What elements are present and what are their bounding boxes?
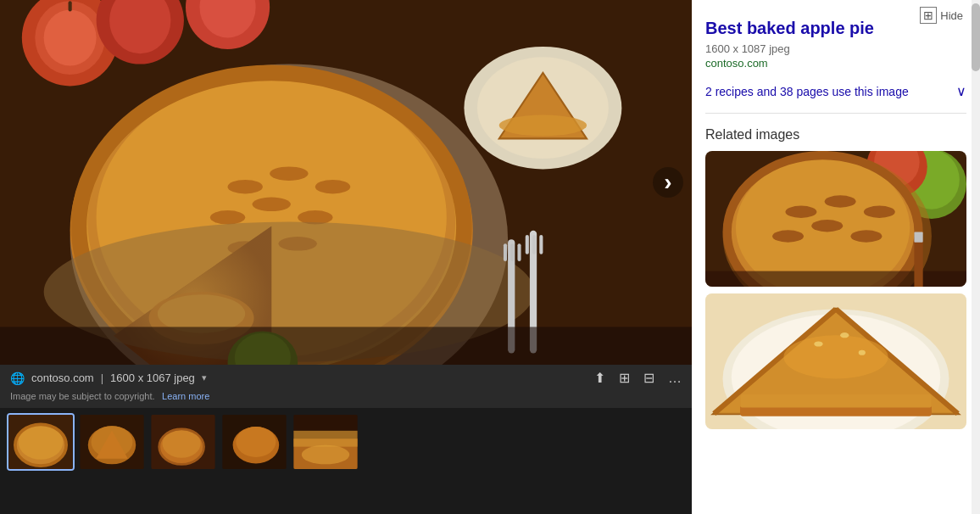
share-icon[interactable]: ⬆ [594,370,605,386]
svg-point-74 [785,206,816,218]
svg-point-76 [864,206,895,218]
svg-rect-63 [293,431,357,447]
copyright-text: Image may be subject to copyright. [10,391,155,401]
svg-point-75 [825,195,856,207]
svg-point-60 [236,427,276,457]
image-source[interactable]: contoso.com [705,57,966,70]
related-image-item[interactable] [705,151,966,287]
svg-point-94 [783,335,888,378]
svg-rect-82 [914,232,922,242]
image-dimensions: 1600 x 1087 jpeg [705,42,966,55]
related-images-heading: Related images [705,127,966,142]
hide-icon: ⊞ [920,7,937,24]
learn-more-link[interactable]: Learn more [162,391,209,401]
related-image-item[interactable] [705,293,966,429]
svg-rect-80 [705,271,966,287]
thumbnail-item[interactable] [220,413,288,471]
thumbnail-item[interactable] [78,413,146,471]
thumbnail-item[interactable] [149,413,217,471]
expand-icon[interactable]: ⊞ [619,370,630,386]
svg-point-79 [850,230,882,242]
svg-rect-42 [539,235,543,254]
svg-point-15 [499,115,587,136]
svg-point-64 [302,445,349,465]
usage-text[interactable]: 2 recipes and 38 pages use this image [705,85,951,98]
image-viewer: › 🌐 contoso.com | 1600 x 1067 jpeg ▾ ⬆ ⊞… [0,0,692,514]
svg-point-24 [315,180,350,194]
shrink-icon[interactable]: ⊟ [643,370,654,386]
image-dimensions-label: 1600 x 1067 jpeg [110,372,195,384]
svg-point-4 [44,10,97,66]
chevron-down-icon[interactable]: ∨ [956,83,966,99]
svg-point-97 [859,350,866,355]
meta-separator: | [101,372,103,384]
usage-row: 2 recipes and 38 pages use this image ∨ [705,83,966,114]
related-images-grid [705,151,966,429]
action-icons-row: ⬆ ⊞ ⊟ … [594,370,682,386]
svg-rect-81 [914,237,922,287]
hide-label: Hide [940,9,963,22]
hide-button[interactable]: ⊞ Hide [920,7,963,24]
copyright-row: Image may be subject to copyright. Learn… [10,388,682,403]
svg-rect-91 [740,394,932,407]
thumbnail-strip [0,408,692,476]
thumbnail-item[interactable] [7,413,75,471]
thumbnail-item[interactable] [292,413,359,471]
svg-rect-40 [526,235,529,254]
svg-point-26 [252,198,290,212]
svg-point-23 [270,166,308,181]
main-image [0,0,692,365]
main-image-area: › [0,0,692,365]
svg-point-77 [772,230,804,242]
svg-point-22 [228,180,263,194]
svg-point-96 [840,332,849,338]
scrollbar-thumb[interactable] [972,3,980,71]
scrollbar-track[interactable] [972,0,980,514]
svg-rect-45 [0,327,692,365]
dimensions-dropdown-icon[interactable]: ▾ [202,372,207,383]
image-meta-row: 🌐 contoso.com | 1600 x 1067 jpeg ▾ ⬆ ⊞ ⊟… [10,370,682,386]
svg-rect-36 [504,243,507,261]
svg-rect-9 [69,1,72,11]
globe-icon: 🌐 [10,372,25,385]
image-source-label: contoso.com [31,372,94,384]
svg-rect-38 [517,243,521,261]
svg-rect-41 [532,235,536,254]
svg-point-25 [210,210,245,225]
right-panel-content: ⊞ Hide Best baked apple pie 1600 x 1087 … [692,0,980,514]
svg-point-95 [814,341,822,346]
svg-point-78 [811,220,843,232]
image-bottom-bar: 🌐 contoso.com | 1600 x 1067 jpeg ▾ ⬆ ⊞ ⊟… [0,365,692,408]
next-image-button[interactable]: › [653,167,683,198]
svg-rect-37 [510,243,514,261]
right-panel: ⊞ Hide Best baked apple pie 1600 x 1087 … [692,0,980,514]
more-options-icon[interactable]: … [668,371,682,386]
